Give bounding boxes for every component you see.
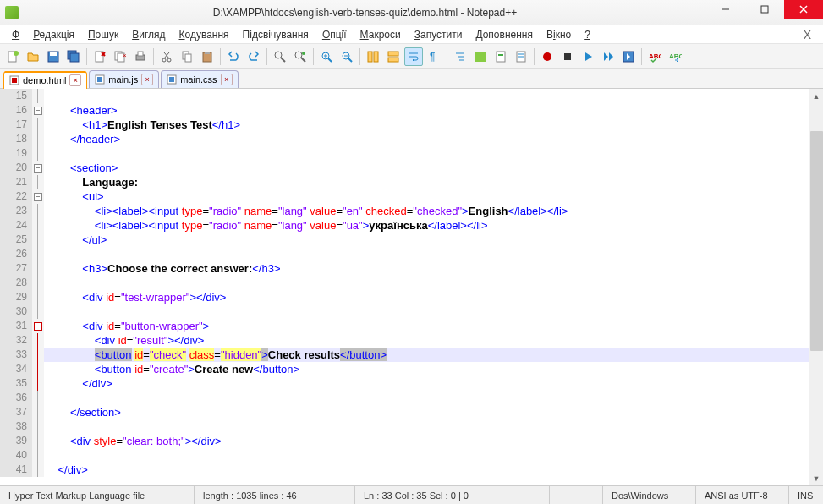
wrap-icon[interactable] xyxy=(404,47,423,66)
svg-rect-53 xyxy=(564,53,571,60)
doc-map-icon[interactable] xyxy=(491,47,510,66)
status-bar: Hyper Text Markup Language file length :… xyxy=(0,485,823,504)
replace-icon[interactable] xyxy=(291,47,310,66)
menu-help[interactable]: ? xyxy=(578,27,597,42)
menu-extras[interactable]: Доповнення xyxy=(469,27,540,42)
maximize-button[interactable] xyxy=(745,0,784,19)
scroll-down-icon[interactable]: ▼ xyxy=(809,471,823,485)
show-all-chars-icon[interactable]: ¶ xyxy=(425,47,443,66)
spellcheck-next-icon[interactable]: ABC xyxy=(666,47,684,66)
play-macro-icon[interactable] xyxy=(579,47,597,66)
svg-rect-9 xyxy=(70,53,79,62)
save-macro-icon[interactable] xyxy=(619,47,638,66)
minimize-button[interactable] xyxy=(706,0,745,19)
zoom-in-icon[interactable] xyxy=(317,47,336,66)
menu-highlight[interactable]: Підсвічування xyxy=(236,27,315,42)
svg-rect-7 xyxy=(50,52,57,56)
undo-icon[interactable] xyxy=(224,47,243,66)
sync-h-icon[interactable] xyxy=(384,47,403,66)
status-length: length : 1035 lines : 46 xyxy=(195,486,355,504)
svg-point-30 xyxy=(302,52,305,55)
menu-macros[interactable]: Макроси xyxy=(354,27,408,42)
svg-point-18 xyxy=(162,58,166,62)
tab-label: main.js xyxy=(108,74,138,85)
copy-icon[interactable] xyxy=(178,47,196,66)
title-bar: D:\XAMPP\htdocs\english-verb-tenses-quiz… xyxy=(0,0,823,25)
window-title: D:\XAMPP\htdocs\english-verb-tenses-quiz… xyxy=(24,7,706,19)
tab-close-icon[interactable]: × xyxy=(69,74,81,86)
code-editor[interactable]: 15 16 <header> 17 <h1>English Tenses Tes… xyxy=(0,89,823,485)
menu-view[interactable]: Вигляд xyxy=(125,27,172,42)
svg-rect-60 xyxy=(97,77,102,82)
menu-window[interactable]: Вікно xyxy=(540,27,578,42)
record-macro-icon[interactable] xyxy=(538,47,557,66)
toolbar: × ¶ ABC ABC xyxy=(0,44,823,69)
tab-main-css[interactable]: main.css × xyxy=(161,70,238,88)
vertical-scrollbar[interactable]: ▲ ▼ xyxy=(809,89,823,485)
status-encoding: ANSI as UTF-8 xyxy=(696,486,789,504)
cut-icon[interactable] xyxy=(157,47,176,66)
tab-demo-html[interactable]: demo.html × xyxy=(3,71,87,89)
indent-guide-icon[interactable] xyxy=(451,47,469,66)
scrollbar-thumb[interactable] xyxy=(810,131,823,351)
svg-text:×: × xyxy=(123,52,127,59)
stop-macro-icon[interactable] xyxy=(558,47,577,66)
svg-rect-1 xyxy=(761,6,768,13)
mdi-close-icon[interactable]: X xyxy=(797,28,818,41)
menu-edit[interactable]: Редакція xyxy=(26,27,81,42)
svg-rect-38 xyxy=(368,52,372,62)
close-all-icon[interactable]: × xyxy=(111,47,129,66)
tab-bar: demo.html × main.js × main.css × xyxy=(0,69,823,89)
func-list-icon[interactable] xyxy=(512,47,530,66)
find-icon[interactable] xyxy=(271,47,289,66)
tab-close-icon[interactable]: × xyxy=(221,74,233,85)
svg-rect-23 xyxy=(185,54,191,62)
svg-line-34 xyxy=(328,58,332,62)
menu-options[interactable]: Опції xyxy=(315,27,354,42)
svg-rect-25 xyxy=(205,52,210,54)
svg-point-5 xyxy=(14,51,19,56)
svg-rect-40 xyxy=(388,52,398,56)
svg-point-28 xyxy=(295,52,302,58)
svg-text:¶: ¶ xyxy=(430,51,435,63)
menu-file[interactable]: Ф xyxy=(5,27,26,42)
tab-label: demo.html xyxy=(23,75,66,85)
svg-point-52 xyxy=(543,52,551,61)
paste-icon[interactable] xyxy=(198,47,217,66)
tab-main-js[interactable]: main.js × xyxy=(89,70,159,88)
file-icon xyxy=(167,74,177,85)
current-line: <button id="check" class="hidden">Check … xyxy=(44,348,823,362)
svg-rect-39 xyxy=(374,52,378,62)
close-button[interactable] xyxy=(784,0,823,19)
svg-rect-46 xyxy=(475,52,486,62)
save-icon[interactable] xyxy=(44,47,63,66)
scroll-up-icon[interactable]: ▲ xyxy=(809,89,823,103)
new-file-icon[interactable] xyxy=(3,47,22,66)
redo-icon[interactable] xyxy=(244,47,263,66)
menu-bar: Ф Редакція Пошук Вигляд Кодування Підсві… xyxy=(0,25,823,44)
menu-search[interactable]: Пошук xyxy=(81,27,125,42)
status-position: Ln : 33 Col : 35 Sel : 0 | 0 xyxy=(355,486,550,504)
print-icon[interactable] xyxy=(131,47,150,66)
close-file-icon[interactable] xyxy=(91,47,109,66)
file-icon xyxy=(95,74,105,85)
svg-line-29 xyxy=(301,58,305,62)
svg-rect-58 xyxy=(12,78,17,83)
save-all-icon[interactable] xyxy=(64,47,83,66)
open-file-icon[interactable] xyxy=(24,47,42,66)
svg-point-26 xyxy=(275,52,282,58)
menu-encoding[interactable]: Кодування xyxy=(173,27,236,42)
user-lang-icon[interactable] xyxy=(471,47,490,66)
play-multi-icon[interactable] xyxy=(599,47,617,66)
svg-line-37 xyxy=(348,58,352,62)
svg-rect-48 xyxy=(498,54,503,56)
spellcheck-icon[interactable]: ABC xyxy=(645,47,664,66)
svg-rect-62 xyxy=(169,77,174,82)
svg-rect-47 xyxy=(497,52,505,62)
svg-point-19 xyxy=(167,58,171,62)
zoom-out-icon[interactable] xyxy=(337,47,356,66)
sync-v-icon[interactable] xyxy=(364,47,382,66)
svg-rect-17 xyxy=(138,52,143,56)
tab-close-icon[interactable]: × xyxy=(141,74,153,85)
menu-run[interactable]: Запустити xyxy=(408,27,469,42)
